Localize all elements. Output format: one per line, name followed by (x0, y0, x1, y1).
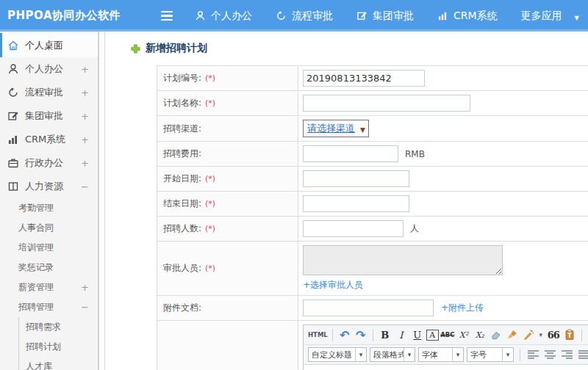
toolbar-divider (332, 329, 333, 341)
nav-label: CRM系统 (453, 10, 498, 23)
menu-toggle-icon[interactable] (161, 11, 173, 21)
nav-label: 集团审批 (373, 10, 414, 23)
caret-down-icon (355, 348, 366, 361)
source-code-button[interactable]: HTML (308, 327, 328, 342)
caret-down-icon (502, 348, 513, 361)
attachment-upload-link[interactable]: +附件上传 (441, 302, 484, 314)
field-label: 开始日期: (163, 173, 201, 185)
required-marker: (*) (205, 224, 215, 233)
align-justify-icon[interactable] (578, 350, 588, 360)
nav-item-personal-office[interactable]: 个人办公 (195, 10, 252, 23)
plan-number-input[interactable] (303, 70, 425, 87)
align-left-icon[interactable] (528, 350, 539, 360)
sidebar-item-label: 培训管理 (18, 242, 54, 254)
editor-toolbar-row-1: HTML B I U A ABC X² X₂ (304, 325, 588, 345)
svg-text:T: T (567, 333, 572, 339)
sidebar-item-label: 人才库 (26, 360, 52, 370)
align-right-icon[interactable] (562, 350, 573, 360)
attachment-input[interactable] (303, 300, 434, 316)
font-size-select[interactable]: 字号 (467, 347, 514, 362)
required-marker: (*) (205, 199, 215, 208)
undo-icon[interactable] (337, 327, 352, 342)
app-logo: PHPOA协同办公软件 (7, 9, 121, 23)
italic-button[interactable]: I (394, 327, 409, 342)
nav-item-group-approval[interactable]: 集团审批 (356, 10, 414, 23)
nav-item-workflow-approval[interactable]: 流程审批 (276, 10, 333, 23)
redo-icon[interactable] (354, 327, 368, 342)
recruitment-plan-form: 计划编号: (*) 计划名称: (*) 招聘渠道: 请选择渠道 (157, 65, 588, 370)
expand-icon: + (81, 87, 89, 98)
nav-item-crm[interactable]: CRM系统 (437, 10, 498, 23)
sidebar-item-recruitment-demand[interactable]: 招聘需求 (0, 317, 98, 337)
user-icon (195, 10, 206, 21)
form-label: 结束日期: (*) (157, 192, 298, 216)
underline-button[interactable]: U (410, 327, 425, 342)
magic-format-icon[interactable] (521, 327, 536, 342)
format-brush-icon[interactable] (505, 327, 520, 342)
cost-input[interactable] (303, 145, 398, 162)
sidebar-item-human-resources[interactable]: 人力资源 − (0, 175, 98, 198)
form-label: 计划名称: (*) (157, 91, 298, 115)
sidebar-item-hr-contracts[interactable]: 人事合同 (0, 218, 98, 238)
toolbar-divider (373, 329, 373, 341)
caret-down-icon[interactable] (537, 327, 545, 342)
headcount-input[interactable] (303, 220, 404, 237)
chart-icon (7, 134, 19, 145)
sidebar-item-reward-punishment[interactable]: 奖惩记录 (0, 258, 98, 278)
form-row-recruitment-cost: 招聘费用: RMB (157, 142, 588, 167)
form-row-recruitment-channel: 招聘渠道: 请选择渠道 (157, 116, 588, 142)
sidebar-item-salary-management[interactable]: 薪资管理 + (0, 278, 98, 297)
channel-select[interactable]: 请选择渠道 (303, 120, 369, 137)
plan-name-input[interactable] (303, 95, 470, 112)
required-marker: (*) (205, 174, 215, 184)
nav-label: 更多应用 (521, 10, 562, 23)
approvers-textarea[interactable] (303, 245, 503, 275)
eraser-icon[interactable] (489, 327, 503, 342)
sidebar-scrollbar[interactable] (98, 32, 105, 370)
start-date-input[interactable] (303, 170, 409, 187)
required-marker: (*) (205, 73, 215, 83)
top-navigation-bar: PHPOA协同办公软件 个人办公 流程审批 集团审批 CRM系统 更多应用 (0, 0, 588, 32)
sidebar-item-workflow-approval[interactable]: 流程审批 + (0, 81, 98, 104)
sidebar-item-recruitment-plan[interactable]: 招聘计划 (0, 337, 98, 357)
bold-button[interactable]: B (378, 327, 392, 342)
strikethrough-button[interactable]: ABC (440, 327, 455, 342)
sidebar-item-label: 薪资管理 (18, 281, 54, 294)
flow-icon (7, 87, 19, 98)
blockquote-button[interactable]: 66 (546, 327, 561, 342)
sidebar-item-personal-office[interactable]: 个人办公 + (0, 57, 98, 81)
edit-icon (7, 110, 19, 122)
sidebar-item-crm[interactable]: CRM系统 + (0, 128, 98, 151)
sidebar-item-attendance-management[interactable]: 考勤管理 (0, 198, 98, 218)
briefcase-icon (7, 157, 19, 169)
field-label: 招聘人数: (163, 222, 201, 235)
required-marker: (*) (205, 264, 215, 273)
select-approvers-link[interactable]: +选择审批人员 (303, 279, 363, 291)
flow-icon (276, 10, 287, 21)
end-date-input[interactable] (303, 195, 409, 212)
font-family-select[interactable]: 字体 (418, 347, 464, 362)
field-label: 审批人员: (163, 262, 201, 275)
paste-icon[interactable]: T (562, 327, 577, 342)
align-center-icon[interactable] (545, 350, 556, 360)
sidebar-item-training-management[interactable]: 培训管理 (0, 238, 98, 258)
paragraph-format-select[interactable]: 段落格式 (370, 347, 415, 362)
sidebar-item-group-approval[interactable]: 集团审批 + (0, 104, 98, 128)
nav-item-more-apps[interactable]: 更多应用 (521, 10, 579, 23)
sidebar-item-administrative-office[interactable]: 行政办公 + (0, 151, 98, 175)
sidebar-item-label: 人力资源 (25, 180, 63, 193)
editor-content-area[interactable] (304, 365, 588, 370)
autotypeset-button[interactable]: A (426, 330, 439, 341)
subscript-button[interactable]: X₂ (473, 327, 487, 342)
sidebar-item-label: CRM系统 (25, 133, 65, 146)
sidebar-item-personal-desktop[interactable]: 个人桌面 (0, 33, 98, 57)
custom-heading-select[interactable]: 自定义标题 (308, 347, 367, 362)
sidebar-item-label: 流程审批 (25, 86, 63, 99)
superscript-button[interactable]: X² (456, 327, 471, 342)
form-row-attachment: 附件文档: +附件上传 (157, 296, 588, 321)
caret-down-icon (452, 348, 463, 361)
sidebar-item-talent-pool[interactable]: 人才库 (0, 357, 98, 370)
editor-toolbar-row-2: 自定义标题 段落格式 字体 字号 (304, 345, 588, 365)
plus-icon (131, 44, 140, 54)
sidebar-item-recruitment-management[interactable]: 招聘管理 − (0, 297, 98, 317)
